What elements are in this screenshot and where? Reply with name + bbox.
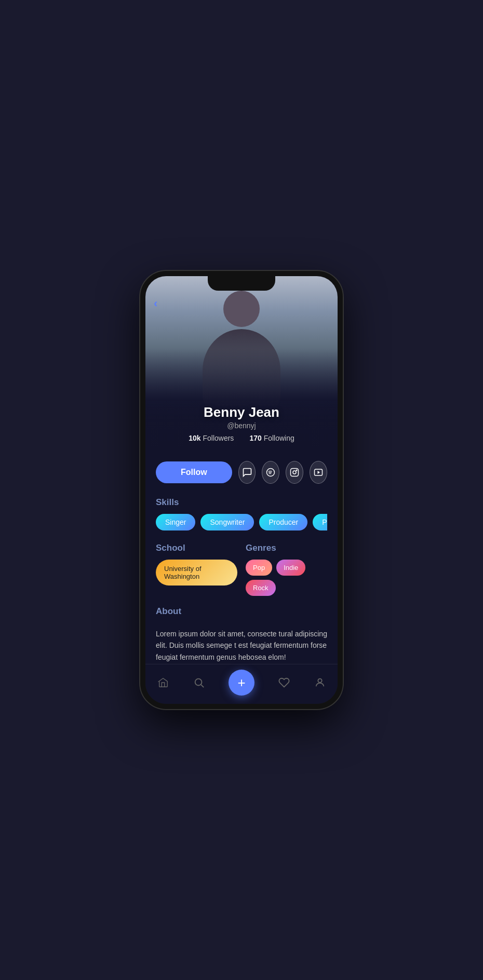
about-title: About: [156, 606, 327, 617]
hero-info: Benny Jean @bennyj 10k Followers 170 Fol…: [145, 404, 338, 442]
back-button[interactable]: ‹: [154, 297, 157, 310]
home-icon: [157, 677, 169, 688]
skill-piano[interactable]: Piano: [313, 514, 327, 530]
skill-songwriter[interactable]: Songwriter: [200, 514, 254, 530]
school-name[interactable]: University of Washington: [156, 560, 237, 586]
svg-point-3: [297, 470, 298, 471]
nav-add-button[interactable]: +: [229, 670, 254, 696]
search-icon: [193, 677, 205, 688]
instagram-icon: [290, 468, 299, 477]
genres-title: Genres: [246, 543, 327, 553]
svg-marker-5: [318, 471, 320, 474]
skill-singer[interactable]: Singer: [156, 514, 195, 530]
add-icon: +: [237, 675, 245, 691]
bottom-nav: +: [145, 664, 338, 704]
skills-section: Skills Singer Songwriter Producer Piano …: [145, 492, 338, 538]
genres-section: Genres Pop Indie Rock: [246, 543, 327, 596]
youtube-icon: [314, 468, 323, 477]
followers-stat: 10k Followers: [189, 434, 234, 442]
genre-pop[interactable]: Pop: [246, 560, 272, 576]
skills-title: Skills: [156, 497, 327, 508]
actions-row: Follow: [145, 453, 338, 492]
skill-producer[interactable]: Producer: [259, 514, 307, 530]
svg-point-2: [293, 471, 296, 474]
genre-rock[interactable]: Rock: [246, 580, 276, 596]
message-button[interactable]: [238, 461, 256, 484]
screen: ‹ Benny Jean @bennyj 10k Followers 170 F…: [145, 276, 338, 704]
genre-pills: Pop Indie Rock: [246, 560, 327, 596]
notch: [208, 276, 275, 291]
following-stat: 170 Following: [249, 434, 294, 442]
nav-profile[interactable]: [314, 677, 326, 688]
school-genres-section: School University of Washington Genres P…: [145, 538, 338, 601]
profile-handle: @bennyj: [145, 421, 338, 430]
nav-home[interactable]: [157, 677, 169, 688]
profile-icon: [314, 677, 326, 688]
svg-point-6: [195, 679, 202, 686]
skills-pills: Singer Songwriter Producer Piano Guitar: [156, 514, 327, 533]
message-icon: [242, 467, 252, 478]
heart-nav-icon: [278, 677, 290, 688]
school-title: School: [156, 543, 237, 553]
hero-section: ‹ Benny Jean @bennyj 10k Followers 170 F…: [145, 276, 338, 453]
youtube-button[interactable]: [310, 461, 327, 484]
svg-line-7: [201, 685, 204, 687]
nav-search[interactable]: [193, 677, 205, 688]
profile-name: Benny Jean: [145, 404, 338, 420]
school-section: School University of Washington: [156, 543, 237, 596]
genre-indie[interactable]: Indie: [276, 560, 305, 576]
follow-button[interactable]: Follow: [156, 461, 232, 483]
spotify-icon: [266, 468, 275, 477]
svg-rect-1: [291, 469, 299, 477]
instagram-button[interactable]: [286, 461, 303, 484]
about-section: About: [145, 601, 338, 628]
spotify-button[interactable]: [262, 461, 279, 484]
stats-row: 10k Followers 170 Following: [145, 434, 338, 442]
nav-likes[interactable]: [278, 677, 290, 688]
svg-point-8: [318, 679, 321, 683]
